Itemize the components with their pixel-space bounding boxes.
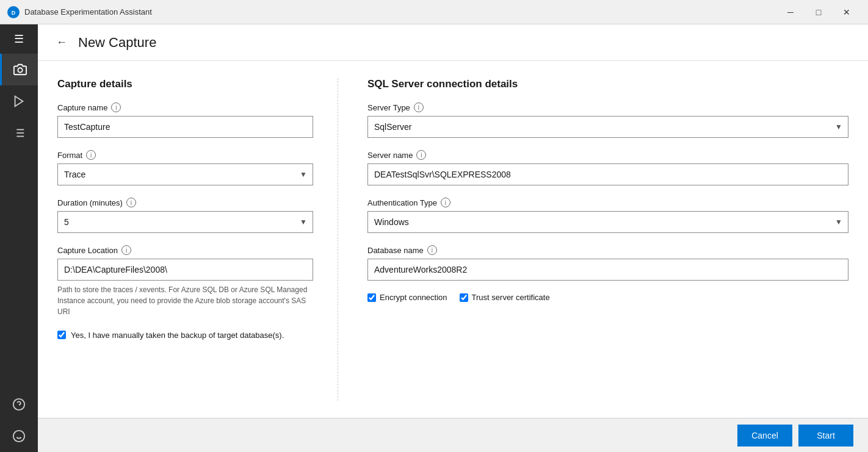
format-dropdown-wrap: Trace XEvents ▼ (57, 163, 313, 185)
sidebar-item-help[interactable] (0, 389, 38, 420)
db-name-input[interactable] (367, 259, 848, 281)
camera-icon (13, 63, 27, 76)
duration-group: Duration (minutes) i 5 10 15 20 30 60 ▼ (57, 198, 313, 233)
connection-options-row: Encrypt connection Trust server certific… (367, 293, 848, 302)
encrypt-connection-checkbox[interactable] (367, 293, 376, 302)
left-panel: Capture details Capture name i Format i (57, 78, 338, 401)
sidebar-bottom (0, 389, 38, 452)
duration-info-icon[interactable]: i (126, 198, 136, 207)
duration-label: Duration (minutes) i (57, 198, 313, 207)
backup-checkbox-label[interactable]: Yes, I have manually taken the backup of… (71, 329, 284, 342)
format-label: Format i (57, 150, 313, 160)
main-content: ← New Capture Capture details Capture na… (38, 24, 868, 452)
server-type-info-icon[interactable]: i (414, 102, 424, 112)
auth-type-dropdown-wrap: Windows SQL Server Authentication ▼ (367, 211, 848, 233)
content-area: Capture details Capture name i Format i (38, 61, 868, 418)
auth-type-select[interactable]: Windows SQL Server Authentication (367, 211, 848, 233)
db-name-info-icon[interactable]: i (427, 245, 437, 255)
capture-location-info-icon[interactable]: i (121, 245, 131, 255)
server-name-input[interactable] (367, 163, 848, 185)
capture-location-label: Capture Location i (57, 245, 313, 255)
format-info-icon[interactable]: i (86, 150, 96, 160)
db-name-group: Database name i (367, 245, 848, 281)
smiley-icon (12, 429, 26, 443)
app-layout: ☰ (0, 24, 868, 452)
sidebar-item-feedback[interactable] (0, 420, 38, 452)
auth-type-info-icon[interactable]: i (441, 198, 450, 207)
backup-checkbox-row: Yes, I have manually taken the backup of… (57, 329, 313, 342)
sidebar-item-replay[interactable] (0, 85, 38, 117)
titlebar: D Database Experimentation Assistant ─ □… (0, 0, 868, 24)
capture-location-group: Capture Location i Path to store the tra… (57, 245, 313, 317)
svg-point-12 (13, 431, 24, 442)
question-icon (12, 398, 26, 411)
page-header: ← New Capture (38, 24, 868, 61)
server-name-group: Server name i (367, 150, 848, 185)
sql-section-title: SQL Server connection details (367, 78, 848, 90)
svg-text:D: D (12, 10, 16, 16)
server-type-select[interactable]: SqlServer Azure SQL DB Azure SQL Managed… (367, 116, 848, 138)
server-type-label: Server Type i (367, 102, 848, 112)
svg-marker-3 (15, 96, 23, 107)
hamburger-menu[interactable]: ☰ (0, 24, 38, 54)
maximize-button[interactable]: □ (805, 2, 833, 22)
cancel-button[interactable]: Cancel (737, 425, 792, 447)
trust-cert-item: Trust server certificate (460, 293, 550, 302)
server-type-group: Server Type i SqlServer Azure SQL DB Azu… (367, 102, 848, 138)
app-icon: D (7, 6, 20, 18)
back-button[interactable]: ← (52, 34, 71, 51)
trust-cert-checkbox[interactable] (460, 293, 468, 302)
sidebar-item-analysis[interactable] (0, 117, 38, 149)
hamburger-icon: ☰ (14, 32, 24, 46)
server-name-info-icon[interactable]: i (416, 150, 426, 160)
page-title: New Capture (78, 35, 156, 51)
format-group: Format i Trace XEvents ▼ (57, 150, 313, 185)
auth-type-label: Authentication Type i (367, 198, 848, 207)
capture-name-label: Capture name i (57, 102, 313, 112)
start-button[interactable]: Start (798, 425, 853, 447)
footer: Cancel Start (38, 418, 868, 452)
format-select[interactable]: Trace XEvents (57, 163, 313, 185)
duration-select[interactable]: 5 10 15 20 30 60 (57, 211, 313, 233)
capture-location-helper: Path to store the traces / xevents. For … (57, 284, 313, 317)
capture-location-input[interactable] (57, 259, 313, 281)
encrypt-connection-label[interactable]: Encrypt connection (380, 293, 447, 302)
window-controls: ─ □ ✕ (776, 2, 861, 22)
server-type-dropdown-wrap: SqlServer Azure SQL DB Azure SQL Managed… (367, 116, 848, 138)
sidebar-item-capture[interactable] (0, 54, 38, 85)
svg-point-2 (18, 68, 22, 72)
auth-type-group: Authentication Type i Windows SQL Server… (367, 198, 848, 233)
duration-dropdown-wrap: 5 10 15 20 30 60 ▼ (57, 211, 313, 233)
close-button[interactable]: ✕ (833, 2, 861, 22)
db-name-label: Database name i (367, 245, 848, 255)
capture-section-title: Capture details (57, 78, 313, 90)
capture-name-info-icon[interactable]: i (111, 102, 121, 112)
app-title: Database Experimentation Assistant (24, 7, 776, 16)
backup-checkbox[interactable] (57, 331, 66, 339)
encrypt-connection-item: Encrypt connection (367, 293, 447, 302)
minimize-button[interactable]: ─ (776, 2, 805, 22)
capture-name-group: Capture name i (57, 102, 313, 138)
capture-name-input[interactable] (57, 116, 313, 138)
server-name-label: Server name i (367, 150, 848, 160)
sidebar: ☰ (0, 24, 38, 452)
list-icon (12, 126, 26, 140)
trust-cert-label[interactable]: Trust server certificate (472, 293, 550, 302)
play-icon (12, 95, 26, 108)
right-panel: SQL Server connection details Server Typ… (338, 78, 848, 401)
